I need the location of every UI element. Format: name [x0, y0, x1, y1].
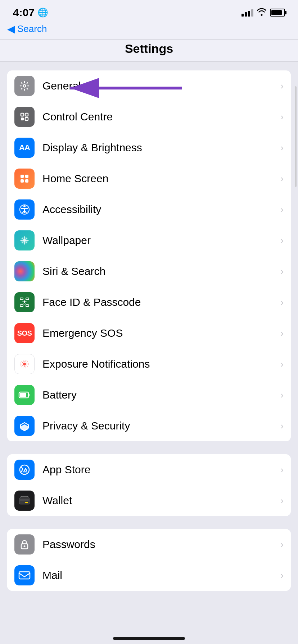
svg-rect-8	[25, 175, 28, 178]
svg-rect-36	[19, 499, 30, 501]
scrollbar[interactable]	[295, 86, 297, 187]
settings-row-control-centre[interactable]: Control Centre ›	[7, 101, 291, 132]
accessibility-chevron: ›	[280, 204, 284, 215]
svg-point-16	[21, 240, 23, 241]
svg-point-15	[24, 242, 25, 245]
settings-row-general[interactable]: General ›	[7, 70, 291, 101]
face-id-chevron: ›	[280, 297, 284, 308]
status-bar: 4:07 🌐	[0, 0, 298, 22]
svg-point-27	[26, 301, 27, 302]
exposure-chevron: ›	[280, 359, 284, 370]
settings-row-mail[interactable]: Mail ›	[7, 560, 291, 591]
control-centre-icon	[14, 107, 35, 127]
display-chevron: ›	[280, 142, 284, 153]
back-arrow-icon: ◀	[7, 23, 15, 35]
settings-row-sos[interactable]: SOS Emergency SOS ›	[7, 318, 291, 349]
svg-point-26	[23, 301, 24, 302]
control-centre-label: Control Centre	[42, 111, 277, 123]
settings-row-privacy[interactable]: Privacy & Security ›	[7, 410, 291, 441]
control-centre-chevron: ›	[280, 111, 284, 123]
battery-chevron: ›	[280, 390, 284, 401]
exposure-label: Exposure Notifications	[42, 358, 277, 370]
mail-label: Mail	[42, 569, 277, 581]
siri-icon	[14, 261, 35, 281]
svg-rect-4	[25, 113, 28, 116]
status-icons	[241, 8, 285, 17]
svg-point-2	[23, 85, 26, 87]
wallpaper-label: Wallpaper	[42, 234, 277, 247]
sos-icon: SOS	[14, 323, 35, 343]
app-store-label: App Store	[42, 464, 277, 476]
battery-label: Battery	[42, 389, 277, 401]
app-store-icon	[14, 460, 35, 480]
settings-group-3: Passwords › Mail ›	[7, 529, 291, 591]
page-title: Settings	[0, 42, 298, 56]
sos-chevron: ›	[280, 328, 284, 339]
settings-row-display[interactable]: AA Display & Brightness ›	[7, 132, 291, 163]
svg-point-13	[23, 239, 26, 242]
svg-rect-33	[20, 393, 26, 397]
mail-icon	[14, 565, 35, 585]
svg-rect-3	[21, 113, 24, 116]
back-button[interactable]: ◀ Search	[7, 23, 47, 35]
settings-row-wallet[interactable]: Wallet ›	[7, 485, 291, 516]
home-screen-label: Home Screen	[42, 172, 277, 185]
display-label: Display & Brightness	[42, 142, 277, 154]
wallet-icon	[14, 491, 35, 511]
privacy-label: Privacy & Security	[42, 420, 277, 432]
passwords-chevron: ›	[280, 539, 284, 550]
passwords-icon	[14, 534, 35, 555]
app-store-chevron: ›	[280, 464, 284, 475]
settings-row-siri[interactable]: Siri & Search ›	[7, 256, 291, 287]
home-indicator	[113, 637, 185, 640]
wallet-label: Wallet	[42, 494, 277, 507]
battery-row-icon	[14, 385, 35, 405]
wallpaper-icon	[14, 230, 35, 250]
settings-row-exposure[interactable]: Exposure Notifications ›	[7, 349, 291, 380]
face-id-icon	[14, 292, 35, 312]
svg-rect-5	[21, 118, 24, 120]
general-chevron: ›	[280, 80, 284, 92]
page-title-bar: Settings	[0, 40, 298, 62]
svg-rect-40	[19, 572, 30, 579]
back-label: Search	[17, 23, 47, 34]
svg-rect-24	[20, 305, 23, 307]
svg-rect-25	[26, 305, 29, 307]
settings-group-1: General › Control Centre › AA Display & …	[7, 70, 291, 441]
svg-rect-10	[25, 179, 28, 183]
svg-rect-23	[26, 298, 29, 300]
display-icon: AA	[14, 138, 35, 158]
signal-icon	[241, 9, 253, 17]
nav-bar: ◀ Search	[0, 22, 298, 40]
battery-icon	[270, 9, 285, 17]
settings-row-home-screen[interactable]: Home Screen ›	[7, 163, 291, 194]
mail-chevron: ›	[280, 570, 284, 581]
settings-row-passwords[interactable]: Passwords ›	[7, 529, 291, 560]
siri-label: Siri & Search	[42, 265, 277, 277]
settings-row-accessibility[interactable]: Accessibility ›	[7, 194, 291, 225]
passwords-label: Passwords	[42, 538, 277, 551]
svg-point-14	[24, 236, 25, 239]
accessibility-label: Accessibility	[42, 203, 277, 216]
svg-rect-22	[20, 298, 23, 300]
globe-icon: 🌐	[37, 8, 48, 18]
svg-point-29	[23, 363, 26, 365]
content: General › Control Centre › AA Display & …	[0, 62, 298, 612]
settings-row-face-id[interactable]: Face ID & Passcode ›	[7, 287, 291, 318]
status-time: 4:07 🌐	[13, 6, 48, 19]
settings-row-app-store[interactable]: App Store ›	[7, 454, 291, 485]
home-screen-chevron: ›	[280, 173, 284, 184]
settings-row-wallpaper[interactable]: Wallpaper ›	[7, 225, 291, 256]
privacy-icon	[14, 416, 35, 436]
siri-chevron: ›	[280, 266, 284, 277]
wallpaper-chevron: ›	[280, 235, 284, 246]
svg-rect-7	[21, 175, 24, 178]
wifi-icon	[257, 8, 266, 17]
settings-row-battery[interactable]: Battery ›	[7, 380, 291, 410]
svg-point-11	[23, 205, 26, 207]
svg-point-17	[26, 240, 29, 241]
svg-point-39	[24, 546, 26, 547]
settings-group-2: App Store › Wallet ›	[7, 454, 291, 516]
svg-rect-9	[21, 179, 24, 183]
wallet-chevron: ›	[280, 495, 284, 506]
